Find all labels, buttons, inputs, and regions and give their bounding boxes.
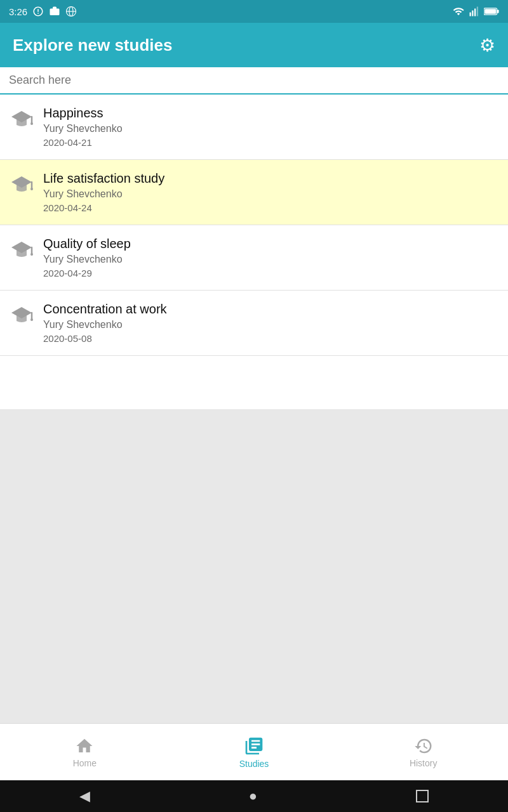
study-author: Yury Shevchenko bbox=[43, 188, 164, 200]
study-title: Concentration at work bbox=[43, 302, 167, 317]
study-info: Quality of sleep Yury Shevchenko 2020-04… bbox=[43, 237, 131, 278]
briefcase-icon bbox=[49, 6, 60, 17]
app-header: Explore new studies ⚙ bbox=[0, 23, 508, 67]
svg-rect-3 bbox=[470, 13, 471, 16]
svg-rect-8 bbox=[497, 10, 499, 13]
graduation-cap-icon bbox=[10, 239, 33, 259]
empty-area bbox=[0, 409, 508, 724]
study-date: 2020-05-08 bbox=[43, 333, 167, 344]
svg-point-15 bbox=[30, 188, 33, 190]
svg-rect-9 bbox=[485, 9, 496, 14]
back-button[interactable]: ◀ bbox=[79, 788, 90, 804]
graduation-cap-icon bbox=[10, 304, 33, 325]
study-info: Concentration at work Yury Shevchenko 20… bbox=[43, 302, 167, 344]
study-item[interactable]: Life satisfaction study Yury Shevchenko … bbox=[0, 160, 508, 225]
svg-point-21 bbox=[30, 318, 33, 321]
study-date: 2020-04-24 bbox=[43, 202, 164, 213]
study-info: Happiness Yury Shevchenko 2020-04-21 bbox=[43, 106, 123, 148]
alert-icon bbox=[32, 6, 44, 17]
search-bar bbox=[0, 67, 508, 95]
svg-rect-4 bbox=[472, 11, 473, 16]
graduation-cap-icon bbox=[10, 174, 33, 194]
globe-icon bbox=[65, 6, 77, 17]
studies-icon bbox=[244, 736, 264, 756]
settings-button[interactable]: ⚙ bbox=[479, 35, 495, 56]
recents-button[interactable] bbox=[416, 790, 429, 802]
status-bar: 3:26 bbox=[0, 0, 508, 23]
study-date: 2020-04-29 bbox=[43, 268, 131, 278]
study-item[interactable]: Quality of sleep Yury Shevchenko 2020-04… bbox=[0, 225, 508, 291]
nav-label-home: Home bbox=[73, 758, 97, 768]
nav-item-studies[interactable]: Studies bbox=[170, 731, 339, 774]
home-icon bbox=[75, 737, 94, 756]
study-author: Yury Shevchenko bbox=[43, 254, 131, 265]
history-icon bbox=[414, 737, 433, 756]
nav-item-history[interactable]: History bbox=[338, 731, 508, 773]
svg-point-12 bbox=[30, 122, 33, 125]
svg-point-18 bbox=[30, 253, 33, 256]
study-title: Quality of sleep bbox=[43, 237, 131, 251]
status-bar-left: 3:26 bbox=[9, 6, 77, 17]
study-title: Life satisfaction study bbox=[43, 171, 164, 186]
signal-icon bbox=[469, 6, 480, 17]
svg-rect-6 bbox=[477, 7, 478, 16]
battery-icon bbox=[484, 7, 499, 16]
study-list: Happiness Yury Shevchenko 2020-04-21 Lif… bbox=[0, 95, 508, 409]
study-item[interactable]: Happiness Yury Shevchenko 2020-04-21 bbox=[0, 95, 508, 160]
nav-label-studies: Studies bbox=[239, 759, 269, 769]
home-button[interactable]: ● bbox=[249, 788, 257, 804]
study-date: 2020-04-21 bbox=[43, 137, 123, 148]
time-display: 3:26 bbox=[9, 6, 27, 17]
search-input[interactable] bbox=[9, 74, 499, 87]
study-author: Yury Shevchenko bbox=[43, 123, 123, 134]
nav-item-home[interactable]: Home bbox=[0, 731, 170, 773]
svg-rect-5 bbox=[474, 9, 476, 16]
nav-label-history: History bbox=[410, 758, 438, 768]
graduation-cap-icon bbox=[10, 108, 33, 129]
wifi-icon bbox=[452, 6, 465, 17]
page-title: Explore new studies bbox=[13, 36, 172, 55]
study-item[interactable]: Concentration at work Yury Shevchenko 20… bbox=[0, 291, 508, 356]
status-bar-right bbox=[452, 6, 499, 17]
bottom-nav: Home Studies History bbox=[0, 723, 508, 780]
study-author: Yury Shevchenko bbox=[43, 319, 167, 331]
android-nav: ◀ ● bbox=[0, 780, 508, 812]
study-title: Happiness bbox=[43, 106, 123, 121]
study-info: Life satisfaction study Yury Shevchenko … bbox=[43, 171, 164, 213]
